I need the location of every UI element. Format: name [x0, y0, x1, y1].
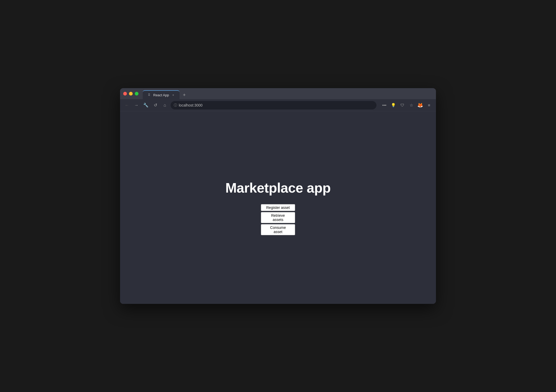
- address-bar[interactable]: ⓘ localhost:3000: [171, 101, 376, 109]
- address-host: localhost: [179, 103, 193, 107]
- wrench-button[interactable]: 🔧: [142, 102, 150, 109]
- home-button[interactable]: ⌂: [161, 102, 168, 109]
- retrieve-assets-button[interactable]: Retrieve assets: [261, 212, 295, 223]
- tab-close-button[interactable]: ×: [171, 93, 175, 97]
- page-content: Marketplace app Register asset Retrieve …: [120, 111, 436, 304]
- register-asset-button[interactable]: Register asset: [261, 204, 295, 211]
- fox-icon[interactable]: 🦊: [416, 102, 424, 109]
- traffic-light-minimize[interactable]: [129, 92, 133, 96]
- page-title: Marketplace app: [225, 180, 331, 196]
- traffic-light-maximize[interactable]: [135, 92, 138, 96]
- nav-right-buttons: ••• 💡 🛡 ☆ 🦊 ≡: [381, 102, 433, 109]
- buttons-container: Register asset Retrieve assets Consume a…: [261, 204, 295, 235]
- browser-tab-active[interactable]: ⠿ React App ×: [143, 90, 180, 99]
- shield-icon[interactable]: 🛡: [399, 102, 406, 109]
- nav-bar: ← → 🔧 ↺ ⌂ ⓘ localhost:3000 ••• 💡 🛡 ☆ 🦊 ≡: [120, 99, 436, 111]
- more-button[interactable]: •••: [381, 102, 388, 109]
- title-bar: ⠿ React App × +: [120, 88, 436, 99]
- traffic-light-close[interactable]: [123, 92, 127, 96]
- browser-window: ⠿ React App × + ← → 🔧 ↺ ⌂ ⓘ localhost:30…: [120, 88, 436, 304]
- traffic-lights: [123, 92, 138, 96]
- new-tab-button[interactable]: +: [181, 91, 188, 99]
- back-button[interactable]: ←: [123, 102, 131, 109]
- star-button[interactable]: ☆: [408, 102, 415, 109]
- bulb-icon[interactable]: 💡: [390, 102, 397, 109]
- address-port: :3000: [193, 103, 202, 107]
- reload-button[interactable]: ↺: [152, 102, 159, 109]
- tabs-area: ⠿ React App × +: [143, 88, 433, 99]
- menu-button[interactable]: ≡: [425, 102, 433, 109]
- tab-title: React App: [153, 93, 169, 97]
- consume-asset-button[interactable]: Consume asset: [261, 224, 295, 235]
- forward-button[interactable]: →: [133, 102, 140, 109]
- address-text: localhost:3000: [179, 103, 202, 107]
- tab-favicon-icon: ⠿: [147, 93, 151, 97]
- address-info-icon: ⓘ: [174, 103, 177, 108]
